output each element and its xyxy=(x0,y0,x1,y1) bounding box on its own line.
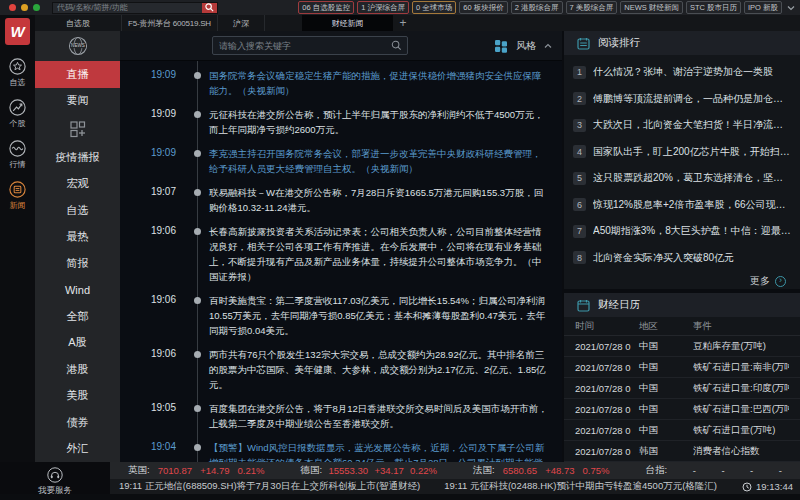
news-item[interactable]: 19:09 元征科技在港交所公告称，预计上半年归属于股东的净利润约不低于4500… xyxy=(120,107,562,137)
category-live[interactable]: 直播 xyxy=(35,61,120,88)
index-uk[interactable]: 英国: 7010.87 +14.79 0.21% xyxy=(110,464,283,477)
ranking-item[interactable]: 3 大跌次日，北向资金大笔扫货！半日净流入61亿 xyxy=(573,112,791,139)
category-forex[interactable]: 外汇 xyxy=(35,436,120,463)
rail-item-watchlist[interactable]: 自选 xyxy=(8,57,27,88)
clock-area: 19:13:44 xyxy=(742,481,800,492)
financial-calendar-panel: 财经日历 时间 地区 事件 2021/07/28 0 中国 豆粕库存量(万吨) … xyxy=(564,293,800,462)
shortcut-ashare-screen[interactable]: 1 沪深综合屏 xyxy=(357,1,409,15)
ranking-item[interactable]: 6 惊现12%股息率+2倍市盈率股，66公司现金超市值 xyxy=(573,192,791,219)
news-search xyxy=(212,36,408,55)
index-value: - xyxy=(693,465,696,476)
tab-watchlist[interactable]: 自选股 xyxy=(35,15,122,31)
news-time: 19:07 xyxy=(120,185,176,215)
layout-grid-icon[interactable] xyxy=(494,39,508,53)
shortcut-watchlist-monitor[interactable]: 06 自选股监控 xyxy=(298,1,354,15)
rail-item-quotes[interactable]: 行情 xyxy=(8,139,27,170)
window-controls xyxy=(9,4,40,11)
category-usshare[interactable]: 美股 xyxy=(35,383,120,410)
ranking-list: 1 什么情况？张坤、谢治宇逆势加仓一类股 2 傅鹏博等顶流提前调仓，一品种仍是加… xyxy=(564,55,800,271)
rail-item-news[interactable]: 新闻 xyxy=(8,180,27,211)
timeline-dot xyxy=(194,351,201,358)
tab-moutai[interactable]: F5-贵州茅台 600519.SH xyxy=(122,15,218,31)
category-wind[interactable]: Wind xyxy=(35,277,120,304)
shortcut-stock-calendar[interactable]: STC 股市日历 xyxy=(686,1,741,15)
category-bonds[interactable]: 债券 xyxy=(35,409,120,436)
calendar-row[interactable]: 2021/07/28 0 韩国 消费者信心指数 xyxy=(564,441,800,462)
cal-region: 中国 xyxy=(639,382,693,395)
ranking-title: 阅读排行 xyxy=(598,36,640,50)
news-time: 19:09 xyxy=(120,146,176,176)
calendar-row[interactable]: 2021/07/28 0 中国 铁矿石进口量:南非(万吨) xyxy=(564,357,800,378)
headset-icon xyxy=(46,466,64,484)
category-macro[interactable]: 宏观 xyxy=(35,171,120,198)
calendar-row[interactable]: 2021/07/28 0 中国 豆粕库存量(万吨) xyxy=(564,336,800,357)
shortcut-us-screen[interactable]: 7 美股综合屏 xyxy=(566,1,618,15)
category-headlines[interactable]: 要闻 xyxy=(35,88,120,115)
news-item[interactable]: 19:09 国务院常务会议确定稳定生猪产能的措施，促进保供稳价增强猪肉安全供应保… xyxy=(120,68,562,98)
news-item[interactable]: 19:06 两市共有76只个股发生132宗大宗交易，总成交额约为28.92亿元。… xyxy=(120,347,562,392)
timeline-dot xyxy=(194,72,201,79)
index-france[interactable]: 法国: 6580.65 +48.73 0.75% xyxy=(455,464,628,477)
index-germany[interactable]: 德国: 15553.30 +34.17 0.22% xyxy=(283,464,456,477)
calendar-column-headers: 时间 地区 事件 xyxy=(564,317,800,336)
shortcut-sector-quotes[interactable]: 60 板块报价 xyxy=(459,1,507,15)
tab-financial-news[interactable]: 财经新闻 xyxy=(302,15,393,31)
ranking-item[interactable]: 2 傅鹏博等顶流提前调仓，一品种仍是加仓主线 xyxy=(573,86,791,113)
ranking-item[interactable]: 1 什么情况？张坤、谢治宇逆势加仓一类股 xyxy=(573,59,791,86)
add-tab-button[interactable]: + xyxy=(393,15,413,31)
ticker-item[interactable]: 19:11 正元地信(688509.SH)将于7月30日在上交所科创板上市(智通… xyxy=(119,480,420,493)
news-ticker-bar: 19:11 正元地信(688509.SH)将于7月30日在上交所科创板上市(智通… xyxy=(110,479,800,494)
news-item[interactable]: 19:06 百时美施贵宝：第二季度营收117.03亿美元，同比增长15.54%；… xyxy=(120,293,562,338)
news-item[interactable]: 19:06 长春高新披露投资者关系活动记录表；公司相关负责人称，公司目前整体经营… xyxy=(120,224,562,284)
wave-chart-icon xyxy=(8,139,27,158)
index-taiwan[interactable]: 台指: - - - - xyxy=(628,464,800,477)
news-time: 19:09 xyxy=(120,107,176,137)
zoom-window-button[interactable] xyxy=(33,4,40,11)
category-epidemic[interactable]: 疫情播报 xyxy=(35,144,120,171)
shortcut-news[interactable]: NEWS 财经新闻 xyxy=(620,1,683,15)
index-value: 6580.65 xyxy=(503,465,537,476)
tab-hushen[interactable]: 沪深 xyxy=(218,15,265,31)
category-all[interactable]: 全部 xyxy=(35,303,120,330)
shortcut-hk-screen[interactable]: 2 港股综合屏 xyxy=(511,1,563,15)
news-text: 国务院常务会议确定稳定生猪产能的措施，促进保供稳价增强猪肉安全供应保障能力。（央… xyxy=(209,68,562,98)
category-hottest[interactable]: 最热 xyxy=(35,224,120,251)
news-toolbar: 风格 xyxy=(120,31,562,61)
news-search-input[interactable] xyxy=(213,41,391,51)
cal-time: 2021/07/28 0 xyxy=(575,341,639,352)
category-watchlist[interactable]: 自选 xyxy=(35,197,120,224)
timeline-dot xyxy=(194,444,201,451)
chevron-down-icon[interactable] xyxy=(787,5,795,11)
minimize-window-button[interactable] xyxy=(21,4,28,11)
ranking-more-button[interactable]: 更多 › xyxy=(564,271,800,288)
timeline-dot xyxy=(194,297,201,304)
ranking-item[interactable]: 4 国家队出手，盯上200亿芯片牛股，开始扫货A股? xyxy=(573,139,791,166)
shortcut-global-market[interactable]: 0 全球市场 xyxy=(412,1,456,15)
global-search-input[interactable] xyxy=(53,3,202,13)
rank-text: A50期指涨3%，8大巨头护盘！中信：迎最好买点 xyxy=(593,224,791,238)
category-hkshare[interactable]: 港股 xyxy=(35,356,120,383)
shortcut-ipo[interactable]: IPO 新股 xyxy=(744,1,782,15)
category-custom-row[interactable] xyxy=(35,114,120,144)
style-label[interactable]: 风格 xyxy=(516,39,536,53)
ranking-item[interactable]: 7 A50期指涨3%，8大巨头护盘！中信：迎最好买点 xyxy=(573,218,791,245)
rail-item-stock[interactable]: 个股 xyxy=(8,98,27,129)
news-item[interactable]: 19:09 李克强主持召开国务院常务会议，部署进一步改革完善中央财政科研经费管理… xyxy=(120,146,562,176)
category-ashare[interactable]: A股 xyxy=(35,330,120,357)
calendar-row[interactable]: 2021/07/28 0 中国 铁矿石进口量(万吨) xyxy=(564,420,800,441)
search-button[interactable] xyxy=(202,3,217,13)
news-item[interactable]: 19:05 百度集团在港交所公告，将于8月12日香港联交所交易时间后及美国市场开… xyxy=(120,401,562,431)
cal-region: 中国 xyxy=(639,340,693,353)
news-item[interactable]: 19:07 联易融科技－W在港交所公告称，7月28日斥资1665.5万港元回购1… xyxy=(120,185,562,215)
ticker-item[interactable]: 19:11 元征科技(02488.HK)预计中期由亏转盈逾4500万元(格隆汇) xyxy=(444,480,717,493)
calendar-row[interactable]: 2021/07/28 0 中国 铁矿石进口量:巴西(万吨) xyxy=(564,399,800,420)
calendar-row[interactable]: 2021/07/28 0 中国 铁矿石进口量:印度(万吨) xyxy=(564,378,800,399)
close-window-button[interactable] xyxy=(9,4,16,11)
ranking-item[interactable]: 5 这只股票跌超20%，葛卫东选择清仓，坚定离场 xyxy=(573,165,791,192)
ranking-item[interactable]: 8 北向资金实际净买入突破80亿元 xyxy=(573,245,791,272)
rank-text: 这只股票跌超20%，葛卫东选择清仓，坚定离场 xyxy=(593,171,791,185)
news-item[interactable]: 19:04 【预警】Wind风控日报数据显示，蓝光发展公告称，近期，公司及下属子… xyxy=(120,440,562,462)
rank-text: 傅鹏博等顶流提前调仓，一品种仍是加仓主线 xyxy=(593,92,791,106)
category-brief[interactable]: 简报 xyxy=(35,250,120,277)
chevron-up-icon[interactable] xyxy=(544,43,552,49)
